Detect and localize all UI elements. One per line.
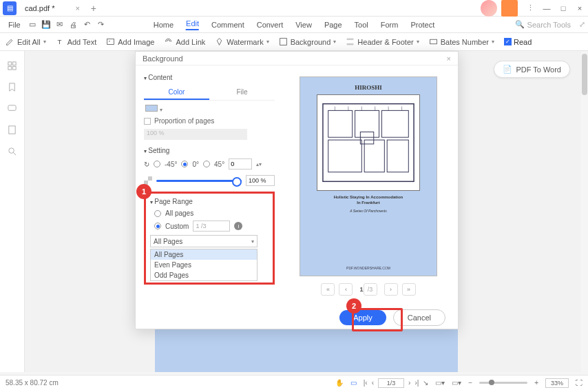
- svg-rect-5: [347, 43, 354, 45]
- read-mode-toggle[interactable]: ✓ Read: [504, 38, 532, 46]
- dialog-footer: 2 Apply Cancel: [136, 307, 458, 329]
- add-link-button[interactable]: Add Link: [164, 37, 205, 46]
- nav-last-icon[interactable]: ›|: [414, 379, 419, 387]
- new-tab-button[interactable]: +: [85, 3, 102, 14]
- rotate-reset-icon[interactable]: ↻: [144, 161, 149, 168]
- pager-first-icon[interactable]: «: [321, 283, 335, 296]
- close-window-button[interactable]: ×: [571, 0, 588, 17]
- view-scroll-icon[interactable]: ▭▾: [452, 379, 461, 387]
- add-text-button[interactable]: T Add Text: [56, 37, 97, 46]
- select-tool-icon[interactable]: ▭: [350, 379, 357, 387]
- pager-prev-icon[interactable]: ‹: [339, 283, 353, 296]
- dropdown-item-all[interactable]: All Pages: [151, 249, 257, 260]
- minimize-button[interactable]: —: [538, 0, 555, 17]
- save-icon[interactable]: 💾: [40, 19, 52, 31]
- nav-next-icon[interactable]: ›: [408, 379, 410, 387]
- tab-close-icon[interactable]: ×: [75, 4, 79, 12]
- watermark-button[interactable]: Watermark ▾: [215, 37, 269, 46]
- pager-last-icon[interactable]: »: [402, 283, 416, 296]
- angle-input[interactable]: [229, 158, 252, 170]
- nav-jump-icon[interactable]: ↘: [423, 379, 428, 387]
- opacity-value[interactable]: 100 %: [246, 175, 275, 186]
- add-image-button[interactable]: Add Image: [106, 37, 154, 46]
- hand-tool-icon[interactable]: ✋: [335, 379, 344, 387]
- menu-comment[interactable]: Comment: [211, 21, 244, 29]
- menu-form[interactable]: Form: [381, 21, 399, 29]
- opacity-slider[interactable]: [156, 180, 242, 182]
- page-subset-select[interactable]: All Pages ▾: [150, 235, 258, 247]
- zoom-slider[interactable]: [479, 382, 527, 384]
- section-setting[interactable]: Setting: [144, 147, 275, 154]
- header-footer-button[interactable]: Header & Footer ▾: [346, 37, 419, 46]
- view-single-icon[interactable]: ▭▾: [435, 379, 445, 387]
- svg-rect-1: [107, 39, 114, 44]
- file-menu[interactable]: File: [3, 21, 26, 29]
- fit-page-icon[interactable]: ⛶: [576, 379, 582, 387]
- svg-rect-20: [387, 140, 408, 172]
- menu-tool[interactable]: Tool: [355, 21, 368, 29]
- comment-icon[interactable]: [7, 103, 17, 114]
- zoom-in-icon[interactable]: +: [534, 379, 538, 387]
- expand-icon[interactable]: ⤢: [579, 20, 585, 29]
- radio-0[interactable]: [181, 161, 188, 167]
- radio-custom-row[interactable]: Custom i: [154, 220, 269, 232]
- menu-view[interactable]: View: [295, 21, 312, 29]
- svg-text:T: T: [57, 38, 61, 45]
- zoom-value[interactable]: 33%: [545, 378, 569, 388]
- undo-icon[interactable]: ↶: [81, 19, 94, 31]
- dropdown-item-even[interactable]: Even Pages: [151, 260, 257, 270]
- menu-edit[interactable]: Edit: [186, 19, 199, 30]
- open-icon[interactable]: ▭: [26, 19, 39, 31]
- bookmark-icon[interactable]: [7, 82, 17, 92]
- attachment-icon[interactable]: [7, 125, 17, 135]
- menu-convert[interactable]: Convert: [257, 21, 284, 29]
- info-icon[interactable]: i: [234, 222, 242, 230]
- radio-all-pages-row[interactable]: All pages: [154, 209, 269, 217]
- print-icon[interactable]: 🖨: [67, 19, 80, 31]
- page-nav: |‹ ‹ 1/3 › ›| ↘: [364, 378, 429, 388]
- notification-icon[interactable]: [501, 0, 518, 17]
- opacity-row: 100 %: [144, 175, 275, 186]
- edit-all-button[interactable]: Edit All ▾: [6, 37, 46, 46]
- zoom-out-icon[interactable]: −: [468, 379, 472, 387]
- radio-45[interactable]: [203, 161, 210, 167]
- pager-next-icon[interactable]: ›: [384, 283, 398, 296]
- search-panel-icon[interactable]: [7, 146, 17, 156]
- section-page-range[interactable]: Page Range: [150, 198, 269, 205]
- custom-pages-input[interactable]: [193, 220, 230, 232]
- svg-rect-3: [280, 39, 286, 45]
- svg-rect-19: [364, 140, 384, 172]
- all-pages-label: All pages: [165, 209, 193, 217]
- nav-prev-icon[interactable]: ‹: [372, 379, 374, 387]
- maximize-button[interactable]: □: [555, 0, 571, 17]
- radio-n45[interactable]: [154, 161, 160, 167]
- svg-rect-17: [381, 110, 408, 137]
- dialog-close-icon[interactable]: ×: [447, 54, 451, 63]
- window-controls: ⋮ — □ ×: [481, 0, 588, 17]
- redo-icon[interactable]: ↷: [95, 19, 107, 31]
- tab-file[interactable]: File: [209, 85, 275, 100]
- section-content[interactable]: Content: [144, 74, 275, 81]
- kebab-menu-icon[interactable]: ⋮: [522, 0, 538, 17]
- vertical-scrollbar[interactable]: [581, 51, 588, 375]
- search-tools[interactable]: 🔍 Search Tools ⤢: [515, 20, 585, 29]
- menu-protect[interactable]: Protect: [410, 21, 434, 29]
- mail-icon[interactable]: ✉: [54, 19, 66, 31]
- proportion-checkbox-row[interactable]: Proportion of pages: [144, 117, 275, 125]
- background-button[interactable]: Background ▾: [279, 37, 337, 46]
- menu-home[interactable]: Home: [154, 21, 174, 29]
- account-avatar-icon[interactable]: [481, 0, 497, 17]
- nav-first-icon[interactable]: |‹: [364, 379, 368, 387]
- chevron-down-icon[interactable]: ▾: [160, 107, 162, 113]
- svg-point-2: [109, 41, 110, 42]
- page-number-field[interactable]: 1/3: [378, 378, 404, 388]
- document-tab[interactable]: cad.pdf * ×: [19, 0, 85, 16]
- pdf-to-word-button[interactable]: 📄 PDF To Word: [494, 61, 570, 78]
- color-swatch[interactable]: [145, 105, 158, 112]
- thumbnails-icon[interactable]: [7, 61, 17, 71]
- tab-color[interactable]: Color: [144, 85, 209, 100]
- dropdown-item-odd[interactable]: Odd Pages: [151, 270, 257, 280]
- menu-page[interactable]: Page: [324, 21, 342, 29]
- bates-number-button[interactable]: Bates Number ▾: [429, 37, 494, 46]
- angle-spinner-icon[interactable]: ▴▾: [256, 161, 262, 167]
